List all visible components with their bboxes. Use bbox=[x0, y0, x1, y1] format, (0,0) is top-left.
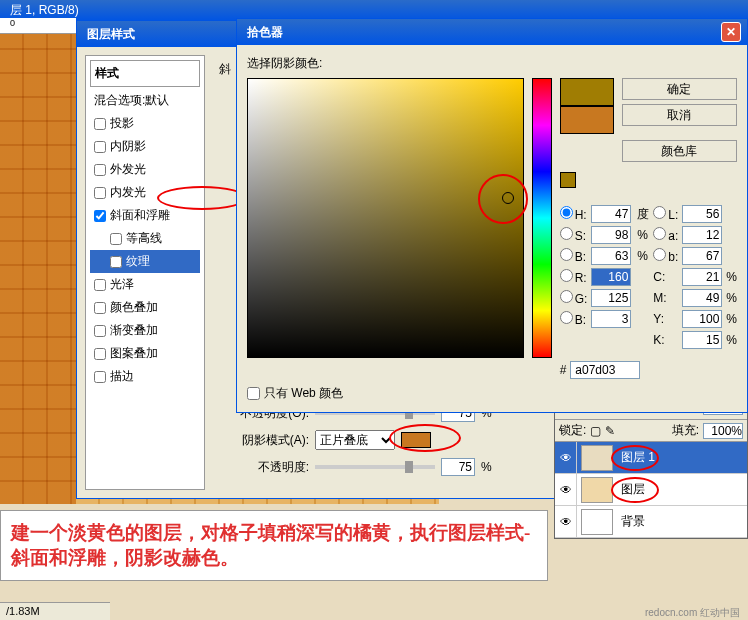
style-item-10[interactable]: 图案叠加 bbox=[90, 342, 200, 365]
k-input[interactable] bbox=[682, 331, 722, 349]
lock-brush-icon[interactable]: ✎ bbox=[605, 424, 615, 438]
a-radio[interactable] bbox=[653, 227, 666, 240]
cancel-button[interactable]: 取消 bbox=[622, 104, 737, 126]
color-preview bbox=[560, 78, 614, 134]
color-marker bbox=[502, 192, 514, 204]
style-checkbox[interactable] bbox=[94, 279, 106, 291]
footer-credit: redocn.com 红动中国 bbox=[645, 606, 740, 620]
canvas-grid bbox=[0, 34, 76, 504]
bb-input[interactable] bbox=[591, 247, 631, 265]
layer-name[interactable]: 图层 1 bbox=[617, 449, 747, 466]
eye-icon[interactable]: 👁 bbox=[555, 474, 577, 505]
style-item-1[interactable]: 内阴影 bbox=[90, 135, 200, 158]
shadow-color-swatch[interactable] bbox=[401, 432, 431, 448]
color-picker-titlebar[interactable]: 拾色器 ✕ bbox=[237, 19, 747, 45]
status-bar: /1.83M bbox=[0, 602, 110, 620]
style-checkbox[interactable] bbox=[94, 141, 106, 153]
y-input[interactable] bbox=[682, 310, 722, 328]
g-input[interactable] bbox=[591, 289, 631, 307]
layer-thumbnail bbox=[581, 445, 613, 471]
layer-thumbnail bbox=[581, 477, 613, 503]
close-icon[interactable]: ✕ bbox=[721, 22, 741, 42]
style-item-label: 外发光 bbox=[110, 161, 146, 178]
style-checkbox[interactable] bbox=[94, 210, 106, 222]
style-checkbox[interactable] bbox=[94, 371, 106, 383]
lab-b-input[interactable] bbox=[682, 247, 722, 265]
style-item-label: 斜面和浮雕 bbox=[110, 207, 170, 224]
style-list: 样式 混合选项:默认 投影内阴影外发光内发光斜面和浮雕等高线纹理光泽颜色叠加渐变… bbox=[85, 55, 205, 490]
style-item-label: 颜色叠加 bbox=[110, 299, 158, 316]
style-checkbox[interactable] bbox=[110, 256, 122, 268]
style-item-label: 图案叠加 bbox=[110, 345, 158, 362]
style-item-8[interactable]: 颜色叠加 bbox=[90, 296, 200, 319]
style-item-4[interactable]: 斜面和浮雕 bbox=[90, 204, 200, 227]
style-item-label: 描边 bbox=[110, 368, 134, 385]
styles-header[interactable]: 样式 bbox=[90, 60, 200, 87]
r-input[interactable] bbox=[591, 268, 631, 286]
ok-button[interactable]: 确定 bbox=[622, 78, 737, 100]
s-input[interactable] bbox=[591, 226, 631, 244]
style-item-label: 渐变叠加 bbox=[110, 322, 158, 339]
style-checkbox[interactable] bbox=[94, 348, 106, 360]
style-item-label: 内阴影 bbox=[110, 138, 146, 155]
select-color-label: 选择阴影颜色: bbox=[247, 55, 737, 72]
style-item-6[interactable]: 纹理 bbox=[90, 250, 200, 273]
color-field[interactable] bbox=[247, 78, 524, 358]
style-checkbox[interactable] bbox=[94, 302, 106, 314]
color-values: H:度 L: S:% a: B:% b: R: C:% G: M:% B: Y:… bbox=[560, 205, 737, 349]
bb-radio[interactable] bbox=[560, 248, 573, 261]
color-libs-button[interactable]: 颜色库 bbox=[622, 140, 737, 162]
opacity2-slider[interactable] bbox=[315, 465, 435, 469]
layer-row[interactable]: 👁图层 1 bbox=[555, 442, 747, 474]
color-picker-title: 拾色器 bbox=[243, 24, 721, 41]
g-radio[interactable] bbox=[560, 290, 573, 303]
shadow-mode-select[interactable]: 正片叠底 bbox=[315, 430, 395, 450]
style-item-11[interactable]: 描边 bbox=[90, 365, 200, 388]
style-item-9[interactable]: 渐变叠加 bbox=[90, 319, 200, 342]
eye-icon[interactable]: 👁 bbox=[555, 506, 577, 537]
lab-b-radio[interactable] bbox=[653, 248, 666, 261]
style-checkbox[interactable] bbox=[94, 118, 106, 130]
hue-slider[interactable] bbox=[532, 78, 552, 358]
c-input[interactable] bbox=[682, 268, 722, 286]
a-input[interactable] bbox=[682, 226, 722, 244]
style-item-7[interactable]: 光泽 bbox=[90, 273, 200, 296]
opacity2-label: 不透明度: bbox=[219, 459, 309, 476]
b-radio[interactable] bbox=[560, 311, 573, 324]
web-only-checkbox[interactable] bbox=[247, 387, 260, 400]
style-item-label: 纹理 bbox=[126, 253, 150, 270]
l-input[interactable] bbox=[682, 205, 722, 223]
layer-row[interactable]: 👁图层 bbox=[555, 474, 747, 506]
layer-name[interactable]: 图层 bbox=[617, 481, 747, 498]
style-checkbox[interactable] bbox=[94, 187, 106, 199]
fill-input[interactable] bbox=[703, 423, 743, 439]
blend-options[interactable]: 混合选项:默认 bbox=[90, 89, 200, 112]
h-radio[interactable] bbox=[560, 206, 573, 219]
style-item-0[interactable]: 投影 bbox=[90, 112, 200, 135]
b-input[interactable] bbox=[591, 310, 631, 328]
hex-label: # bbox=[560, 363, 567, 377]
style-checkbox[interactable] bbox=[94, 325, 106, 337]
color-picker-dialog: 拾色器 ✕ 选择阴影颜色: 确定 取消 bbox=[236, 18, 748, 413]
layer-name[interactable]: 背景 bbox=[617, 513, 747, 530]
m-input[interactable] bbox=[682, 289, 722, 307]
r-radio[interactable] bbox=[560, 269, 573, 282]
lock-label: 锁定: bbox=[559, 422, 586, 439]
lock-transparent-icon[interactable]: ▢ bbox=[590, 424, 601, 438]
l-radio[interactable] bbox=[653, 206, 666, 219]
style-item-2[interactable]: 外发光 bbox=[90, 158, 200, 181]
s-radio[interactable] bbox=[560, 227, 573, 240]
style-item-3[interactable]: 内发光 bbox=[90, 181, 200, 204]
style-item-5[interactable]: 等高线 bbox=[90, 227, 200, 250]
hex-input[interactable] bbox=[570, 361, 640, 379]
eye-icon[interactable]: 👁 bbox=[555, 442, 577, 473]
old-color bbox=[560, 106, 614, 134]
opacity2-input[interactable] bbox=[441, 458, 475, 476]
style-item-label: 投影 bbox=[110, 115, 134, 132]
percent-label: % bbox=[481, 460, 492, 474]
style-checkbox[interactable] bbox=[110, 233, 122, 245]
h-input[interactable] bbox=[591, 205, 631, 223]
style-checkbox[interactable] bbox=[94, 164, 106, 176]
layer-row[interactable]: 👁背景 bbox=[555, 506, 747, 538]
style-item-label: 光泽 bbox=[110, 276, 134, 293]
